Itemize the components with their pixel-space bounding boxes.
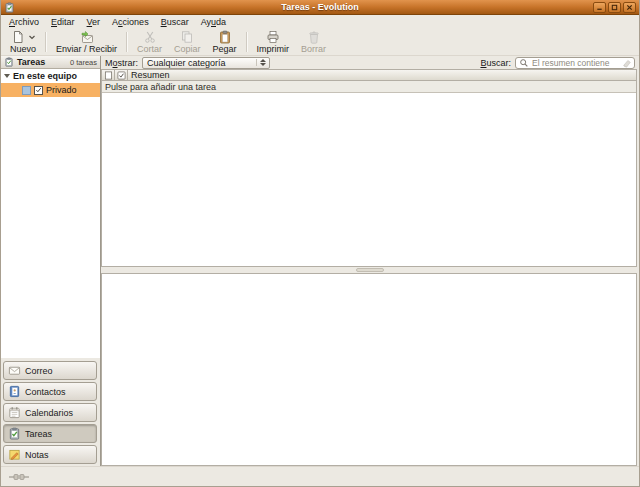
evolution-window: Tareas - Evolution ArchivoEditarVerAccio… (0, 0, 640, 487)
toolbar: NuevoEnviar / RecibirCortarCopiarPegarIm… (1, 29, 639, 56)
minimize-button[interactable] (593, 2, 606, 13)
sidebar-header-title: Tareas (17, 57, 67, 67)
search-input[interactable]: El resumen contiene (515, 57, 635, 69)
toolbar-button-label: Enviar / Recibir (56, 44, 117, 54)
list-color-swatch (22, 86, 31, 95)
delete-icon (307, 30, 321, 44)
switcher-button-notas[interactable]: Notas (3, 445, 97, 464)
search-placeholder: El resumen contiene (532, 58, 619, 68)
tree-group-on-this-computer[interactable]: En este equipo (1, 69, 100, 83)
toolbar-button-label: Nuevo (10, 44, 36, 54)
search-label: Buscar: (480, 58, 511, 68)
switcher-button-correo[interactable]: Correo (3, 361, 97, 380)
switcher-button-label: Tareas (25, 429, 52, 439)
mail-icon (8, 364, 21, 377)
tree-item-privado[interactable]: Privado (1, 83, 100, 97)
task-table-header: Resumen (102, 70, 636, 81)
toolbar-separator (45, 32, 47, 52)
menubar: ArchivoEditarVerAccionesBuscarAyuda (1, 15, 639, 29)
list-checkbox[interactable] (34, 86, 43, 95)
online-status-button[interactable] (6, 471, 32, 483)
toolbar-button-copiar: Copiar (168, 30, 207, 54)
menu-ayuda[interactable]: Ayuda (195, 16, 232, 28)
toolbar-button-label: Imprimir (257, 44, 290, 54)
close-button[interactable] (623, 2, 636, 13)
statusbar (1, 466, 639, 486)
toolbar-button-label: Borrar (301, 44, 326, 54)
clear-search-icon[interactable] (622, 58, 632, 68)
window-title: Tareas - Evolution (1, 2, 639, 12)
tasks-icon (8, 427, 21, 440)
menu-archivo[interactable]: Archivo (3, 16, 45, 28)
notes-icon (8, 448, 21, 461)
task-list-tree: En este equipo Privado (1, 69, 100, 358)
content-area: Tareas 0 tareas En este equipo Privado C… (1, 56, 639, 466)
category-filter-dropdown[interactable]: Cualquier categoría (142, 57, 270, 69)
task-count-badge: 0 tareas (70, 58, 97, 67)
filter-label: Mostrar: (105, 58, 138, 68)
toolbar-button-pegar[interactable]: Pegar (207, 30, 243, 54)
toolbar-button-label: Cortar (137, 44, 162, 54)
task-list-pane: Resumen Pulse para añadir una tarea (101, 69, 637, 267)
menu-editar[interactable]: Editar (45, 16, 81, 28)
tasks-icon (4, 57, 14, 67)
sidebar-header[interactable]: Tareas 0 tareas (1, 56, 100, 69)
toolbar-button-cortar: Cortar (131, 30, 168, 54)
cut-icon (143, 30, 157, 44)
pane-splitter[interactable] (101, 267, 639, 273)
switcher-button-calendarios[interactable]: Calendarios (3, 403, 97, 422)
switcher-button-label: Contactos (25, 387, 66, 397)
splitter-grip[interactable] (356, 268, 384, 272)
toolbar-separator (126, 32, 128, 52)
print-icon (266, 30, 280, 44)
switcher-button-label: Calendarios (25, 408, 73, 418)
menu-buscar[interactable]: Buscar (155, 16, 195, 28)
maximize-button[interactable] (608, 2, 621, 13)
component-switcher: CorreoContactosCalendariosTareasNotas (1, 358, 100, 466)
chevron-down-icon[interactable] (28, 33, 36, 41)
menu-acciones[interactable]: Acciones (106, 16, 155, 28)
menu-ver[interactable]: Ver (81, 16, 107, 28)
filter-bar: Mostrar: Cualquier categoría Buscar: El … (101, 56, 639, 69)
toolbar-separator (246, 32, 248, 52)
switcher-button-label: Correo (25, 366, 53, 376)
sidebar: Tareas 0 tareas En este equipo Privado C… (1, 56, 101, 466)
send-receive-icon (80, 30, 94, 44)
window-tasks-icon (4, 2, 15, 13)
column-header-summary[interactable]: Resumen (128, 70, 636, 81)
toolbar-button-nuevo[interactable]: Nuevo (4, 30, 42, 54)
column-header-complete-icon[interactable] (115, 70, 128, 81)
copy-icon (180, 30, 194, 44)
toolbar-button-enviar-recibir[interactable]: Enviar / Recibir (50, 30, 123, 54)
calendar-icon (8, 406, 21, 419)
main-pane: Mostrar: Cualquier categoría Buscar: El … (101, 56, 639, 466)
tree-item-label: Privado (46, 85, 77, 95)
expander-icon[interactable] (4, 74, 10, 78)
switcher-button-contactos[interactable]: Contactos (3, 382, 97, 401)
toolbar-button-imprimir[interactable]: Imprimir (251, 30, 296, 54)
switcher-button-label: Notas (25, 450, 49, 460)
toolbar-button-label: Copiar (174, 44, 201, 54)
titlebar[interactable]: Tareas - Evolution (1, 0, 639, 15)
column-header-type-icon[interactable] (102, 70, 115, 81)
new-document-icon (11, 30, 25, 44)
tree-group-label: En este equipo (13, 71, 77, 81)
category-filter-value: Cualquier categoría (147, 58, 253, 68)
combo-arrows-icon (256, 59, 266, 66)
task-preview-pane (101, 273, 637, 466)
switcher-button-tareas[interactable]: Tareas (3, 424, 97, 443)
paste-icon (218, 30, 232, 44)
toolbar-button-label: Pegar (213, 44, 237, 54)
contacts-icon (8, 385, 21, 398)
add-task-row[interactable]: Pulse para añadir una tarea (102, 81, 636, 93)
task-list-empty-area[interactable] (102, 93, 636, 266)
window-controls (593, 2, 636, 13)
search-icon[interactable] (519, 58, 529, 68)
toolbar-button-borrar: Borrar (295, 30, 332, 54)
